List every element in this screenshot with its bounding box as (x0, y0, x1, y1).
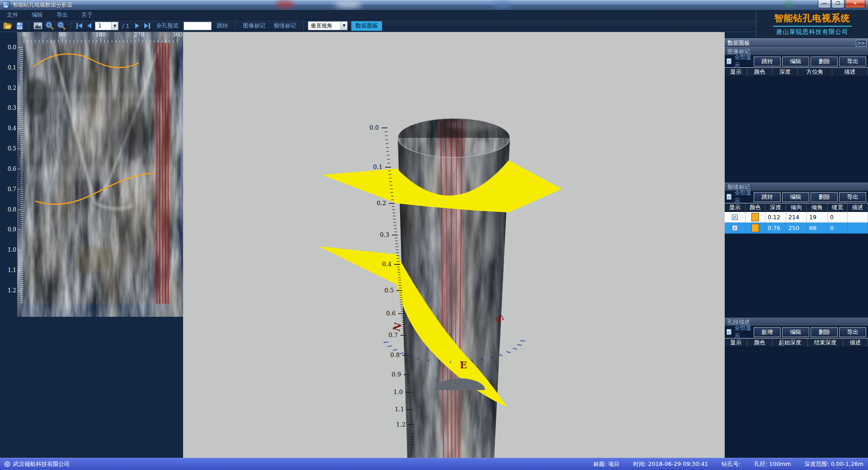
jump-depth-input[interactable] (184, 22, 212, 30)
show-all-label: 全部显示 (734, 189, 754, 205)
menu-item-3[interactable]: 关于 (75, 10, 99, 19)
save-icon[interactable] (14, 21, 24, 30)
column-header[interactable]: 颜色 (747, 68, 773, 76)
svg-text:0.3: 0.3 (380, 231, 389, 238)
section-button-1[interactable]: 编辑 (782, 56, 809, 66)
column-header[interactable]: 倾角 (807, 203, 828, 212)
section-button-0[interactable]: 跳转 (754, 192, 781, 202)
table-cell: 0.12 (765, 212, 786, 222)
data-panel: 数据面板 >> 图像标记✓全部显示跳转编辑删除导出显示颜色深度方位角描述裂缝标记… (725, 38, 868, 458)
svg-text:0.3: 0.3 (8, 105, 16, 111)
brand-block: 智能钻孔电视系统 唐山莱锐思科技有限公司 (756, 10, 868, 38)
table-row[interactable]: ✓0.76250660 (725, 223, 868, 234)
menu-item-0[interactable]: 文件 (0, 10, 25, 19)
column-header[interactable]: 显示 (725, 68, 747, 76)
column-header[interactable]: 方位角 (798, 68, 832, 76)
section-button-0[interactable]: 跳转 (754, 56, 781, 66)
maximize-button[interactable]: ❐ (831, 0, 844, 8)
window-titlebar[interactable]: 智能钻孔电视数据分析器 — ❐ ✕ (0, 0, 868, 10)
image-view-icon[interactable] (33, 21, 43, 30)
show-all-checkbox[interactable]: ✓ (726, 329, 731, 335)
crack-mark-button[interactable]: 裂缝标记 (270, 22, 299, 30)
first-page-icon[interactable] (75, 22, 83, 30)
table-row[interactable]: ✓0.12214190 (725, 212, 868, 223)
prev-page-icon[interactable] (85, 22, 93, 30)
collapse-panel-button[interactable]: >> (856, 40, 867, 47)
svg-text:0.2: 0.2 (377, 200, 386, 207)
minimize-button[interactable]: — (818, 0, 831, 8)
table-cell: 250 (786, 223, 807, 233)
zoom-in-icon[interactable] (45, 21, 55, 30)
svg-text:0.0: 0.0 (369, 124, 379, 131)
section-button-3[interactable]: 导出 (839, 56, 866, 66)
svg-text:0.9: 0.9 (392, 371, 401, 378)
table-cell: 66 (807, 223, 828, 233)
svg-text:0.7: 0.7 (8, 186, 16, 193)
status-bar: 武汉领航科技有限公司 标题: 项目时间: 2018-06-29 09:30:41… (0, 458, 868, 470)
view-mode-select[interactable]: 垂直视角 ▼ (308, 21, 348, 30)
column-header[interactable]: 深度 (773, 68, 798, 76)
column-header[interactable]: 深度 (765, 203, 786, 212)
show-all-checkbox[interactable]: ✓ (726, 194, 731, 200)
scene-3d-wrap: 0.00.10.20.30.40.50.60.70.80.91.01.11.2 … (183, 32, 725, 458)
open-file-icon[interactable] (3, 21, 13, 30)
column-header[interactable]: 颜色 (747, 338, 773, 347)
color-swatch[interactable] (751, 224, 759, 232)
column-header[interactable]: 缝宽 (828, 203, 848, 212)
statusbar-field-1: 时间: 2018-06-29 09:30:41 (633, 461, 708, 468)
menu-item-2[interactable]: 导出 (50, 10, 75, 19)
image-mark-button[interactable]: 图像标记 (240, 22, 269, 30)
data-panel-toggle-button[interactable]: 数据面板 (351, 21, 382, 31)
column-header[interactable]: 倾向 (786, 203, 807, 212)
column-header[interactable]: 显示 (725, 338, 747, 347)
page-number-value: 1 (95, 23, 111, 29)
toolbar-separator (28, 21, 29, 30)
section-button-2[interactable]: 删除 (811, 192, 838, 202)
svg-text:1.0: 1.0 (393, 389, 403, 395)
close-button[interactable]: ✕ (845, 0, 865, 8)
section-button-3[interactable]: 导出 (839, 192, 866, 202)
company-logo-icon (5, 461, 10, 467)
jump-button[interactable]: 跳转 (213, 22, 231, 30)
column-header[interactable]: 颜色 (745, 203, 765, 212)
section-button-1[interactable]: 编辑 (782, 192, 809, 202)
borehole-unwrapped-view[interactable]: 0901802703600.00.10.20.30.40.50.60.70.80… (0, 32, 183, 458)
page-number-combobox[interactable]: 1 ▼ (95, 22, 118, 30)
statusbar-company: 武汉领航科技有限公司 (13, 461, 70, 468)
chevron-down-icon[interactable]: ▼ (111, 22, 118, 30)
borehole-3d-view[interactable]: 0.00.10.20.30.40.50.60.70.80.91.01.11.2 … (183, 32, 725, 458)
borehole-image[interactable] (25, 40, 178, 304)
section-button-0[interactable]: 新增 (754, 327, 781, 337)
svg-text:0.8: 0.8 (390, 352, 400, 358)
table-cell: 214 (786, 212, 807, 222)
chevron-down-icon[interactable]: ▼ (340, 22, 347, 30)
svg-text:1.1: 1.1 (8, 267, 16, 273)
show-all-checkbox[interactable]: ✓ (726, 58, 731, 64)
svg-text:90: 90 (59, 32, 66, 38)
svg-text:1.2: 1.2 (396, 421, 406, 428)
menu-item-1[interactable]: 编辑 (25, 10, 50, 19)
whole-hole-preview-button[interactable]: 全孔预览 (153, 22, 182, 30)
svg-text:0.6: 0.6 (8, 166, 16, 172)
row-visible-checkbox[interactable]: ✓ (732, 214, 738, 220)
zoom-out-icon[interactable] (57, 21, 66, 30)
column-header[interactable]: 描述 (832, 68, 868, 76)
data-panel-title: 数据面板 (727, 39, 750, 46)
color-swatch[interactable] (751, 213, 759, 221)
last-page-icon[interactable] (143, 22, 151, 30)
row-visible-checkbox[interactable]: ✓ (732, 225, 738, 231)
column-header[interactable]: 描述 (848, 203, 868, 212)
table-cell: 0.76 (765, 223, 786, 233)
section-button-1[interactable]: 编辑 (782, 327, 809, 337)
section-button-3[interactable]: 导出 (839, 327, 866, 337)
section-button-2[interactable]: 删除 (811, 327, 838, 337)
taskbar-blur-green (786, 2, 792, 7)
column-header[interactable]: 起始深度 (773, 338, 808, 347)
column-header[interactable]: 描述 (843, 338, 868, 347)
column-header[interactable]: 显示 (725, 203, 745, 212)
statusbar-field-3: 孔径: 100mm (754, 461, 791, 468)
svg-text:0.8: 0.8 (8, 207, 16, 213)
section-button-2[interactable]: 删除 (811, 56, 838, 66)
column-header[interactable]: 结束深度 (808, 338, 843, 347)
next-page-icon[interactable] (133, 22, 141, 30)
